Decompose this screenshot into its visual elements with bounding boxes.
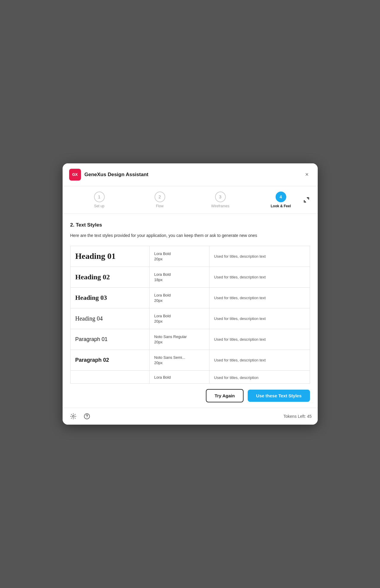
font-cell: Lora Bold <box>149 370 209 384</box>
settings-button[interactable] <box>69 412 78 421</box>
font-name: Lora Bold <box>154 293 204 297</box>
header: GX GeneXus Design Assistant × <box>63 163 318 186</box>
step-flow[interactable]: 2 Flow <box>130 192 190 208</box>
preview-cell: Paragraph 01 <box>70 329 149 350</box>
font-name: Noto Sans Regular <box>154 334 204 339</box>
table-row: Heading 02 Lora Bold 18px Used for title… <box>70 267 310 287</box>
paragraph-01-preview: Paragraph 01 <box>75 336 108 342</box>
help-icon <box>84 413 90 420</box>
font-size: 18px <box>154 278 204 282</box>
close-button[interactable]: × <box>303 170 311 179</box>
heading-01-preview: Heading 01 <box>75 251 116 261</box>
preview-cell: Heading 02 <box>70 267 149 287</box>
font-size: 20px <box>154 257 204 261</box>
logo-badge: GX <box>69 169 81 181</box>
usage-cell: Used for titles, description text <box>209 287 310 308</box>
usage-text: Used for titles, description text <box>214 358 266 362</box>
step-circle-3: 3 <box>215 192 226 202</box>
table-row: Paragraph 02 Noto Sans Semi... 20px Used… <box>70 350 310 370</box>
table-row-partial: Lora Bold Used for titles, description <box>70 370 310 384</box>
steps-row: 1 Set up 2 Flow 3 Wireframes 4 <box>69 192 311 208</box>
preview-cell: Heading 01 <box>70 246 149 267</box>
step-circle-2: 2 <box>155 192 165 202</box>
step-label-setup: Set up <box>94 204 104 208</box>
font-name: Lora Bold <box>154 272 204 277</box>
usage-cell: Used for titles, description text <box>209 246 310 267</box>
text-styles-table: Heading 01 Lora Bold 20px Used for title… <box>70 246 310 384</box>
table-row: Heading 04 Lora Bold 20px Used for title… <box>70 308 310 329</box>
preview-cell: Heading 04 <box>70 308 149 329</box>
bottom-bar: Tokens Left: 45 <box>63 408 318 425</box>
font-name: Lora Bold <box>154 375 204 380</box>
table-row: Heading 01 Lora Bold 20px Used for title… <box>70 246 310 267</box>
expand-button[interactable] <box>302 195 311 205</box>
font-name: Noto Sans Semi... <box>154 355 204 360</box>
try-again-button[interactable]: Try Again <box>206 389 244 402</box>
app-title: GeneXus Design Assistant <box>85 172 303 178</box>
font-cell: Noto Sans Regular 20px <box>149 329 209 350</box>
step-circle-4: 4 <box>276 192 286 202</box>
step-label-look-feel: Look & Feel <box>271 204 291 208</box>
font-cell: Lora Bold 18px <box>149 267 209 287</box>
bottom-bar-icons <box>69 412 284 421</box>
heading-02-preview: Heading 02 <box>75 273 110 281</box>
font-size: 20px <box>154 361 204 365</box>
font-size: 20px <box>154 298 204 303</box>
usage-text: Used for titles, description text <box>214 337 266 342</box>
svg-point-4 <box>87 418 87 418</box>
use-text-styles-button[interactable]: Use these Text Styles <box>248 390 310 402</box>
font-cell: Lora Bold 20px <box>149 308 209 329</box>
font-cell: Lora Bold 20px <box>149 287 209 308</box>
font-cell: Lora Bold 20px <box>149 246 209 267</box>
svg-point-2 <box>72 415 74 417</box>
svg-line-0 <box>307 197 309 199</box>
step-wireframes[interactable]: 3 Wireframes <box>190 192 251 208</box>
app-window: GX GeneXus Design Assistant × 1 Set up 2… <box>63 163 318 425</box>
usage-text: Used for titles, description text <box>214 296 266 300</box>
step-setup[interactable]: 1 Set up <box>69 192 130 208</box>
preview-cell: Heading 03 <box>70 287 149 308</box>
preview-cell: Paragraph 02 <box>70 350 149 370</box>
svg-line-1 <box>304 200 306 202</box>
tokens-left-label: Tokens Left: 45 <box>284 414 312 419</box>
help-button[interactable] <box>82 412 92 421</box>
section-title: 2. Text Styles <box>70 222 310 228</box>
footer-buttons: Try Again Use these Text Styles <box>63 384 318 408</box>
usage-text: Used for titles, description text <box>214 254 266 259</box>
section-description: Here are the text styles provided for yo… <box>70 232 310 239</box>
usage-text: Used for titles, description <box>214 375 259 380</box>
usage-text: Used for titles, description text <box>214 275 266 279</box>
usage-cell: Used for titles, description text <box>209 267 310 287</box>
table-row: Paragraph 01 Noto Sans Regular 20px Used… <box>70 329 310 350</box>
step-label-flow: Flow <box>156 204 163 208</box>
usage-cell: Used for titles, description text <box>209 329 310 350</box>
step-label-wireframes: Wireframes <box>211 204 229 208</box>
font-cell: Noto Sans Semi... 20px <box>149 350 209 370</box>
font-name: Lora Bold <box>154 251 204 256</box>
main-content: 2. Text Styles Here are the text styles … <box>63 214 318 384</box>
preview-cell <box>70 370 149 384</box>
usage-text: Used for titles, description text <box>214 316 266 321</box>
gear-icon <box>70 413 77 420</box>
heading-03-preview: Heading 03 <box>75 294 107 301</box>
usage-cell: Used for titles, description text <box>209 350 310 370</box>
steps-bar: 1 Set up 2 Flow 3 Wireframes 4 <box>63 186 318 214</box>
usage-cell: Used for titles, description text <box>209 308 310 329</box>
paragraph-02-preview: Paragraph 02 <box>75 357 109 363</box>
step-circle-1: 1 <box>94 192 105 202</box>
font-name: Lora Bold <box>154 314 204 318</box>
table-row: Heading 03 Lora Bold 20px Used for title… <box>70 287 310 308</box>
usage-cell: Used for titles, description <box>209 370 310 384</box>
font-size: 20px <box>154 340 204 344</box>
heading-04-preview: Heading 04 <box>75 315 103 322</box>
font-size: 20px <box>154 319 204 324</box>
